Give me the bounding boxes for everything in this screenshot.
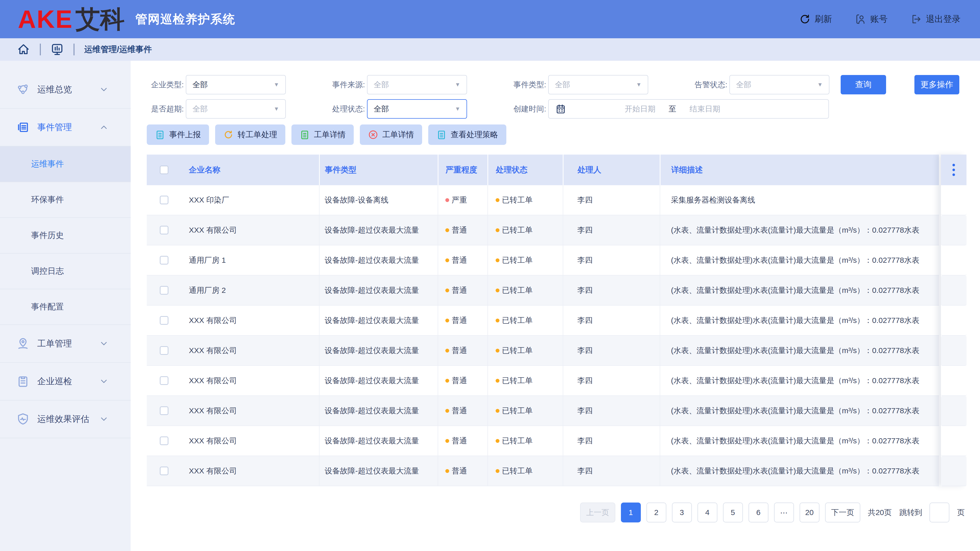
- date-range-picker[interactable]: 开始日期 至 结束日期: [548, 99, 829, 119]
- to-workorder-button[interactable]: 转工单处理: [215, 124, 285, 145]
- page-button-20[interactable]: 20: [800, 503, 819, 522]
- table-row[interactable]: XXX 有限公司 设备故障-超过仪表最大流量 普通 已转工单 李四 (水表、流量…: [147, 366, 939, 396]
- column-header-status[interactable]: 处理状态: [487, 155, 563, 185]
- row-checkbox[interactable]: [160, 286, 169, 295]
- status-dot: [496, 289, 500, 292]
- column-settings-button[interactable]: [941, 155, 966, 185]
- handler-cell: 李四: [563, 336, 660, 365]
- page-button-4[interactable]: 4: [697, 503, 718, 522]
- severity-dot: [445, 379, 449, 383]
- sidebar-item-ops-events[interactable]: 运维事件: [0, 146, 130, 182]
- row-checkbox[interactable]: [160, 196, 169, 204]
- page-ellipsis-button[interactable]: ⋯: [774, 503, 794, 522]
- sidebar-group-inspection[interactable]: 企业巡检: [0, 363, 130, 400]
- page-button-5[interactable]: 5: [723, 503, 743, 522]
- clipboard-icon: [300, 130, 310, 140]
- handler-cell: 李四: [563, 456, 660, 486]
- table-row[interactable]: XXX 有限公司 设备故障-超过仪表最大流量 普通 已转工单 李四 (水表、流量…: [147, 336, 939, 366]
- company-cell: XXX 有限公司: [181, 306, 319, 335]
- page-button-6[interactable]: 6: [749, 503, 768, 522]
- status-cell: 已转工单: [487, 306, 563, 335]
- status-dot: [496, 409, 500, 413]
- column-header-severity[interactable]: 严重程度: [438, 155, 487, 185]
- row-checkbox[interactable]: [160, 226, 169, 234]
- table-row[interactable]: 通用厂房 2 设备故障-超过仪表最大流量 普通 已转工单 李四 (水表、流量计数…: [147, 275, 939, 306]
- row-checkbox[interactable]: [160, 316, 169, 325]
- row-checkbox[interactable]: [160, 376, 169, 385]
- close-workorder-button[interactable]: 工单详情: [360, 124, 422, 145]
- select-all-checkbox[interactable]: [160, 165, 169, 174]
- detail-cell: (水表、流量计数据处理)水表(流量计)最大流量是（m³/s）：0.027778水…: [660, 366, 939, 395]
- handle-status-select[interactable]: 全部▼: [367, 99, 467, 119]
- account-button[interactable]: 账号: [855, 13, 888, 25]
- severity-dot: [445, 349, 449, 353]
- more-actions-button[interactable]: 更多操作: [915, 75, 959, 94]
- row-checkbox[interactable]: [160, 256, 169, 265]
- table-row[interactable]: XXX 有限公司 设备故障-超过仪表最大流量 普通 已转工单 李四 (水表、流量…: [147, 215, 939, 245]
- severity-dot: [445, 439, 449, 443]
- event-type-cell: 设备故障-设备离线: [319, 185, 438, 215]
- view-strategy-button[interactable]: 查看处理策略: [428, 124, 506, 145]
- prev-page-button[interactable]: 上一页: [580, 503, 615, 522]
- row-checkbox[interactable]: [160, 467, 169, 475]
- row-checkbox[interactable]: [160, 407, 169, 415]
- monitor-icon[interactable]: [51, 43, 64, 56]
- page-button-3[interactable]: 3: [672, 503, 692, 522]
- breadcrumb: 运维管理/运维事件: [84, 44, 152, 55]
- page-button-2[interactable]: 2: [646, 503, 667, 522]
- action-toolbar: 事件上报 转工单处理 工单详情 工单详情 查看处理策略: [147, 124, 980, 145]
- query-button[interactable]: 查询: [841, 75, 886, 94]
- severity-dot: [445, 409, 449, 413]
- sidebar-group-event-management[interactable]: 事件管理: [0, 109, 130, 146]
- column-header-detail[interactable]: 详细描述: [660, 155, 939, 185]
- select-arrow-icon: ▼: [636, 81, 641, 88]
- logout-button[interactable]: 退出登录: [911, 13, 961, 25]
- status-cell: 已转工单: [487, 456, 563, 486]
- table-row[interactable]: 通用厂房 1 设备故障-超过仪表最大流量 普通 已转工单 李四 (水表、流量计数…: [147, 245, 939, 275]
- table-row[interactable]: XXX 有限公司 设备故障-超过仪表最大流量 普通 已转工单 李四 (水表、流量…: [147, 306, 939, 336]
- event-type-select[interactable]: 全部▼: [548, 75, 648, 94]
- event-type-cell: 设备故障-超过仪表最大流量: [319, 426, 438, 456]
- jump-page-input[interactable]: [929, 503, 950, 522]
- table-row[interactable]: XXX 有限公司 设备故障-超过仪表最大流量 普通 已转工单 李四 (水表、流量…: [147, 456, 939, 486]
- refresh-label: 刷新: [815, 13, 832, 25]
- column-header-company[interactable]: 企业名称: [181, 155, 319, 185]
- event-report-button[interactable]: 事件上报: [147, 124, 209, 145]
- event-source-select[interactable]: 全部▼: [367, 75, 467, 94]
- status-cell: 已转工单: [487, 185, 563, 215]
- table-row[interactable]: XXX 有限公司 设备故障-超过仪表最大流量 普通 已转工单 李四 (水表、流量…: [147, 426, 939, 456]
- table-row[interactable]: XXX 有限公司 设备故障-超过仪表最大流量 普通 已转工单 李四 (水表、流量…: [147, 396, 939, 426]
- status-dot: [496, 349, 500, 353]
- sidebar-item-event-history[interactable]: 事件历史: [0, 218, 130, 254]
- filter-label-company-type: 企业类型:: [147, 79, 184, 90]
- row-checkbox[interactable]: [160, 437, 169, 445]
- row-checkbox[interactable]: [160, 346, 169, 355]
- column-header-type[interactable]: 事件类型: [319, 155, 438, 185]
- table-row[interactable]: XXX 印染厂 设备故障-设备离线 严重 已转工单 李四 采集服务器检测设备离线: [147, 185, 939, 215]
- sidebar-item-event-config[interactable]: 事件配置: [0, 289, 130, 325]
- company-logo: AKE 艾科: [18, 6, 124, 32]
- status-dot: [496, 228, 500, 232]
- pinned-column: [941, 155, 966, 486]
- next-page-button[interactable]: 下一页: [825, 503, 860, 522]
- pinned-row-cell: [941, 185, 966, 215]
- pinned-row-cell: [941, 426, 966, 456]
- severity-dot: [445, 289, 449, 292]
- severity-cell: 普通: [438, 366, 487, 395]
- sidebar-group-overview[interactable]: 运维总览: [0, 71, 130, 109]
- home-icon[interactable]: [17, 43, 30, 56]
- pinned-row-cell: [941, 396, 966, 426]
- page-button-1[interactable]: 1: [621, 503, 641, 522]
- sidebar-group-evaluation[interactable]: 运维效果评估: [0, 400, 130, 438]
- pinned-row-cell: [941, 306, 966, 336]
- alarm-status-select[interactable]: 全部▼: [729, 75, 829, 94]
- refresh-button[interactable]: 刷新: [799, 13, 832, 25]
- company-type-select[interactable]: 全部▼: [186, 75, 286, 94]
- workorder-detail-button[interactable]: 工单详情: [291, 124, 354, 145]
- company-cell: XXX 有限公司: [181, 336, 319, 365]
- sidebar-group-workorder[interactable]: 工单管理: [0, 325, 130, 363]
- overdue-select[interactable]: 全部▼: [186, 99, 286, 119]
- sidebar-item-control-log[interactable]: 调控日志: [0, 254, 130, 289]
- sidebar-item-env-events[interactable]: 环保事件: [0, 182, 130, 218]
- column-header-handler[interactable]: 处理人: [563, 155, 660, 185]
